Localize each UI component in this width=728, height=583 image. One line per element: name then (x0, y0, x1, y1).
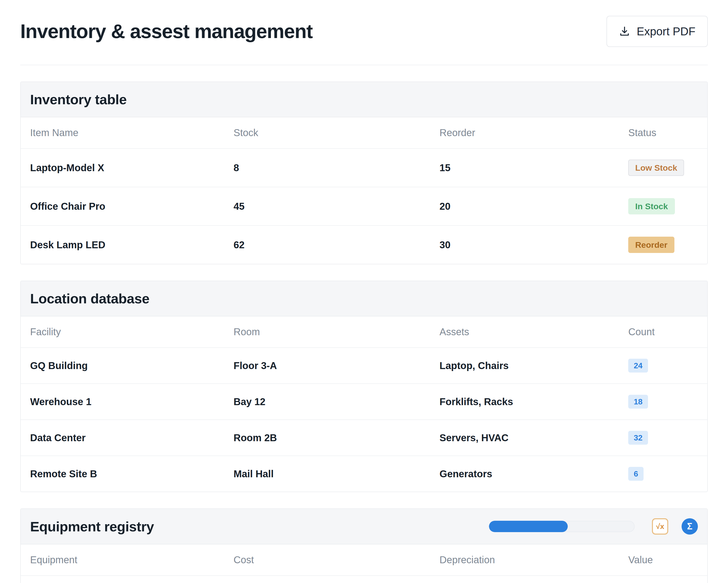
export-pdf-label: Export PDF (636, 25, 695, 38)
download-icon (619, 26, 630, 37)
location-section-title: Location database (30, 290, 698, 307)
inventory-section-title: Inventory table (30, 92, 698, 107)
facility-cell: GQ Building (21, 348, 234, 384)
location-section-header: Location database (21, 281, 707, 316)
status-badge: In Stock (628, 198, 675, 214)
sigma-icon: Σ (687, 521, 693, 532)
progress-bar-fill (489, 521, 568, 532)
facility-cell: Remote Site B (21, 456, 234, 491)
square-root-icon-button[interactable]: √x (652, 518, 668, 535)
count-badge: 18 (628, 395, 648, 409)
location-table: Facility Room Assets Count GQ Building F… (21, 316, 707, 491)
progress-bar (489, 521, 635, 532)
export-pdf-button[interactable]: Export PDF (606, 16, 708, 47)
page: Inventory & assest management Export PDF… (0, 0, 728, 583)
table-row: Laptop-Model X 8 15 Low Stock (21, 149, 707, 187)
item-name-cell: Laptop-Model X (21, 149, 234, 187)
assets-cell: Servers, HVAC (440, 420, 628, 456)
page-header: Inventory & assest management Export PDF (20, 16, 708, 47)
reorder-cell: 30 (440, 226, 628, 264)
assets-cell: Generators (440, 456, 628, 491)
inventory-header-row: Item Name Stock Reorder Status (21, 117, 707, 149)
column-header-reorder: Reorder (440, 117, 628, 149)
location-section: Location database Facility Room Assets C… (20, 281, 708, 492)
reorder-cell: 20 (440, 187, 628, 226)
column-header-cost: Cost (234, 544, 440, 576)
room-cell: Floor 3-A (234, 348, 440, 384)
column-header-stock: Stock (234, 117, 440, 149)
column-header-depreciation: Depreciation (440, 544, 628, 576)
table-row: GQ Building Floor 3-A Laptop, Chairs 24 (21, 348, 707, 384)
depreciation-cell: 20% (440, 576, 628, 583)
value-cell: $9,600 (628, 576, 707, 583)
inventory-section: Inventory table Item Name Stock Reorder … (20, 81, 708, 264)
equipment-cell: Server Rack A1 (21, 576, 234, 583)
column-header-value: Value (628, 544, 707, 576)
table-row: Desk Lamp LED 62 30 Reorder (21, 226, 707, 264)
table-row: Server Rack A1 $12,000 20% $9,600 (21, 576, 707, 583)
room-cell: Mail Hall (234, 456, 440, 491)
assets-cell: Laptop, Chairs (440, 348, 628, 384)
sigma-sum-button[interactable]: Σ (682, 518, 698, 535)
stock-cell: 45 (234, 187, 440, 226)
table-row: Data Center Room 2B Servers, HVAC 32 (21, 420, 707, 456)
square-root-icon: √x (656, 522, 664, 531)
status-badge: Low Stock (628, 159, 684, 176)
item-name-cell: Desk Lamp LED (21, 226, 234, 264)
inventory-table: Item Name Stock Reorder Status Laptop-Mo… (21, 117, 707, 264)
facility-cell: Data Center (21, 420, 234, 456)
equipment-table: Equipment Cost Depreciation Value Server… (21, 544, 707, 583)
equipment-section-title: Equipment registry (30, 518, 489, 535)
stock-cell: 8 (234, 149, 440, 187)
reorder-cell: 15 (440, 149, 628, 187)
assets-cell: Forklifts, Racks (440, 384, 628, 420)
equipment-header-row: Equipment Cost Depreciation Value (21, 544, 707, 576)
equipment-section: Equipment registry √x Σ Equipment Cost D… (20, 508, 708, 583)
location-header-row: Facility Room Assets Count (21, 316, 707, 348)
table-row: Remote Site B Mail Hall Generators 6 (21, 456, 707, 491)
room-cell: Bay 12 (234, 384, 440, 420)
count-badge: 6 (628, 467, 644, 481)
header-divider (20, 65, 708, 65)
equipment-section-header: Equipment registry √x Σ (21, 509, 707, 544)
column-header-count: Count (628, 316, 707, 348)
count-badge: 24 (628, 359, 648, 373)
inventory-section-header: Inventory table (21, 82, 707, 117)
column-header-item-name: Item Name (21, 117, 234, 149)
table-row: Werehouse 1 Bay 12 Forklifts, Racks 18 (21, 384, 707, 420)
status-badge: Reorder (628, 237, 674, 253)
facility-cell: Werehouse 1 (21, 384, 234, 420)
cost-cell: $12,000 (234, 576, 440, 583)
table-row: Office Chair Pro 45 20 In Stock (21, 187, 707, 226)
count-badge: 32 (628, 431, 648, 445)
column-header-room: Room (234, 316, 440, 348)
room-cell: Room 2B (234, 420, 440, 456)
column-header-facility: Facility (21, 316, 234, 348)
page-title: Inventory & assest management (20, 20, 313, 43)
stock-cell: 62 (234, 226, 440, 264)
column-header-assets: Assets (440, 316, 628, 348)
column-header-status: Status (628, 117, 707, 149)
column-header-equipment: Equipment (21, 544, 234, 576)
item-name-cell: Office Chair Pro (21, 187, 234, 226)
